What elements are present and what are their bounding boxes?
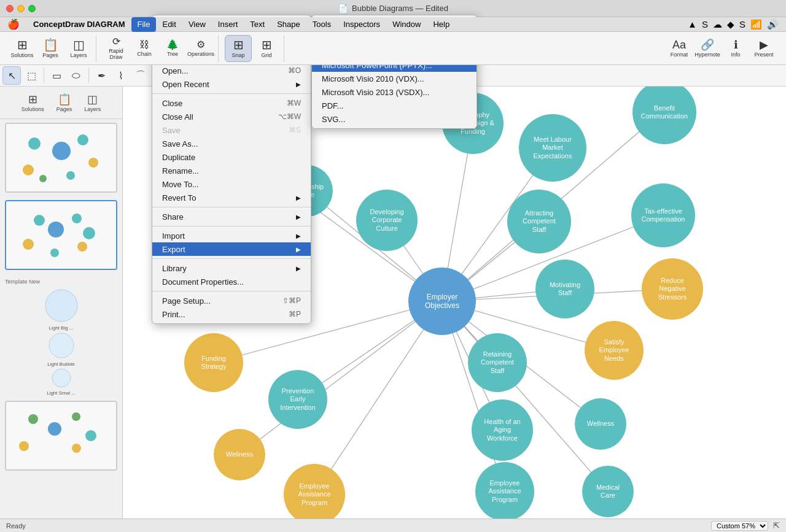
chain-button[interactable]: ⛓ Chain [131,35,158,62]
shape-item-medium[interactable]: Light Bubble [47,331,76,367]
menu-rename[interactable]: Rename... [152,164,311,177]
present-button[interactable]: ▶ Present [750,35,777,62]
snap-button[interactable]: ⊞ Snap [225,35,252,62]
tax-effective-node[interactable]: Tax-effectiveCompensation [631,183,695,247]
menu-export[interactable]: Export [152,242,311,256]
select-tool[interactable]: ↖ [2,66,21,85]
connector-tool[interactable]: ⌇ [112,66,130,85]
menu-shape[interactable]: Shape [271,17,306,32]
menu-duplicate[interactable]: Duplicate [152,150,311,164]
menu-sep-2 [152,93,311,94]
attracting-competent-node[interactable]: AttractingCompetentStaff [507,190,571,253]
health-aging-node[interactable]: Health of anAgingWorkforce [472,399,533,461]
reduce-negative-node[interactable]: ReduceNegativeStressors [642,258,703,320]
export-pdf[interactable]: PDF... [312,99,477,112]
rect-select-tool[interactable]: ⬚ [22,66,41,85]
menu-print[interactable]: Print... ⌘P [152,307,311,321]
present-icon: ▶ [760,39,768,50]
shape-item-small[interactable]: Light Smal ... [47,367,76,396]
menu-tools[interactable]: Tools [306,17,337,32]
motivating-staff-node[interactable]: MotivatingStaff [535,260,594,318]
grid-button[interactable]: ⊞ Grid [253,35,280,62]
rapid-draw-button[interactable]: ⟳ Rapid Draw [103,35,130,62]
prevention-early-node[interactable]: PreventionEarlyIntervention [268,370,327,429]
pen-tool[interactable]: ✒ [92,66,111,85]
close-button[interactable] [6,5,14,12]
format-button[interactable]: Aa Format [666,35,693,62]
format-icon: Aa [672,39,686,50]
menu-edit[interactable]: Edit [156,17,182,32]
tree-button[interactable]: 🌲 Tree [159,35,186,62]
solutions-button[interactable]: ⊞ Solutions [9,35,36,62]
menu-insert[interactable]: Insert [212,17,244,32]
svg-point-2 [52,369,71,387]
export-svg[interactable]: SVG... [312,112,477,126]
retaining-competent-node[interactable]: RetainingCompetentStaff [468,333,527,392]
menu-close-all[interactable]: Close All ⌥⌘W [152,110,311,123]
menu-move-to[interactable]: Move To... [152,177,311,191]
page-thumbnail-3[interactable] [5,401,117,471]
tree-icon: 🌲 [166,40,179,50]
pages-sidebar-btn[interactable]: 📋 Pages [52,90,77,115]
info-button[interactable]: ℹ Info [722,35,749,62]
benefit-communication-node[interactable]: BenefitCommunication [632,87,696,144]
arc-tool[interactable]: ⌒ [131,66,150,85]
menu-share[interactable]: Share [152,210,311,223]
funding-strategy-node[interactable]: FundingStrategy [184,333,243,392]
export-vsdx[interactable]: Microsoft Visio 2013 (VSDX)... [312,85,477,99]
page-thumbnail-2[interactable] [5,200,117,270]
toolbar-panel-group: ⊞ Solutions 📋 Pages ◫ Layers [5,35,96,62]
traffic-lights[interactable] [6,5,36,12]
menu-file[interactable]: File [131,17,157,32]
solutions-label: Solutions [10,52,33,58]
solutions-sidebar-btn[interactable]: ⊞ Solutions [17,90,49,115]
minimize-button[interactable] [17,5,25,12]
menu-text[interactable]: Text [244,17,271,32]
menu-help[interactable]: Help [427,17,456,32]
menu-library[interactable]: Library [152,261,311,275]
menu-save-as[interactable]: Save As... [152,137,311,150]
wellness-left-node[interactable]: Wellness [214,429,265,480]
ellipse-tool[interactable]: ⬭ [67,66,85,85]
hypernote-button[interactable]: 🔗 Hypernote [694,35,721,62]
medical-care-node[interactable]: MedicalCare [582,466,634,517]
fit-icon[interactable]: ⇱ [773,521,780,530]
menu-save[interactable]: Save ⌘S [152,123,311,137]
menu-view[interactable]: View [182,17,212,32]
maximize-button[interactable] [28,5,36,12]
wellness-right-node[interactable]: Wellness [575,398,626,450]
menubar-right-icons: ▲ S ☁ ◆ S 📶 🔊 [688,19,786,30]
employee-assist-right-node[interactable]: EmployeeAssistanceProgram [475,462,534,521]
apple-menu[interactable]: 🍎 [0,18,27,30]
menu-window[interactable]: Window [386,17,427,32]
menu-open[interactable]: Open... ⌘O [152,64,311,77]
employee-assist-left-node[interactable]: EmployeeAssistanceProgram [284,464,345,525]
snap-icon: ⊞ [233,39,244,51]
menu-sep-5 [152,258,311,259]
menu-page-setup[interactable]: Page Setup... ⇧⌘P [152,294,311,307]
tool-separator-2 [88,68,89,83]
menu-revert-to[interactable]: Revert To [152,191,311,204]
operations-button[interactable]: ⚙ Operations [187,35,214,62]
export-vdx[interactable]: Microsoft Visio 2010 (VDX)... [312,72,477,85]
satisfy-employee-node[interactable]: SatisfyEmployeeNeeds [585,321,644,380]
developing-corporate-node[interactable]: DevelopingCorporateCulture [356,190,418,251]
menu-import[interactable]: Import [152,229,311,242]
layers-button[interactable]: ◫ Layers [65,35,92,62]
pages-button[interactable]: 📋 Pages [37,35,64,62]
menu-close[interactable]: Close ⌘W [152,96,311,110]
shape-item-large[interactable]: Light Big ... [43,287,80,331]
solutions-sidebar-icon: ⊞ [28,93,37,106]
rectangle-tool[interactable]: ▭ [47,66,66,85]
layers-sidebar-btn[interactable]: ◫ Layers [79,90,106,115]
zoom-select[interactable]: Custom 57% 25% 50% 75% 100% 125% 150% 20… [711,521,768,531]
page-thumbnail-1[interactable] [5,123,117,193]
menu-inspectors[interactable]: Inspectors [337,17,386,32]
employer-objectives-node[interactable]: EmployerObjectives [408,268,476,335]
app-name[interactable]: ConceptDraw DIAGRAM [27,20,131,29]
menu-doc-properties[interactable]: Document Properties... [152,275,311,288]
menu-sep-4 [152,226,311,226]
meet-labour-node[interactable]: Meet LabourMarketExpectations [519,114,586,182]
shapes-list: Light Big ... Light Bubble Light Smal ..… [0,287,122,474]
menu-open-recent[interactable]: Open Recent [152,77,311,91]
